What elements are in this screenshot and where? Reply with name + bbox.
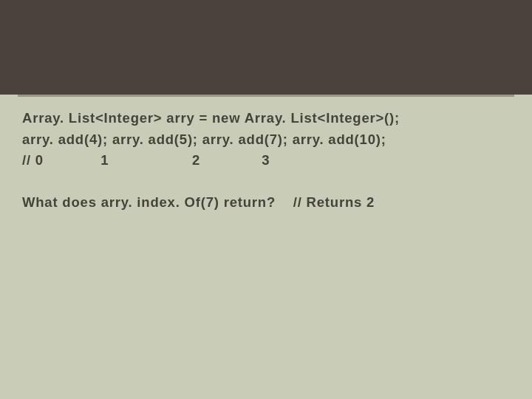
code-line-2: arry. add(4); arry. add(5); arry. add(7)… [22,129,510,151]
question-line: What does arry. index. Of(7) return? // … [22,192,510,214]
slide: Array. List<Integer> arry = new Array. L… [0,0,532,399]
header-band [0,0,532,95]
slide-content: Array. List<Integer> arry = new Array. L… [22,108,510,214]
code-line-1: Array. List<Integer> arry = new Array. L… [22,108,510,129]
code-line-3: // 0 1 2 3 [22,150,510,171]
accent-line [18,95,514,97]
